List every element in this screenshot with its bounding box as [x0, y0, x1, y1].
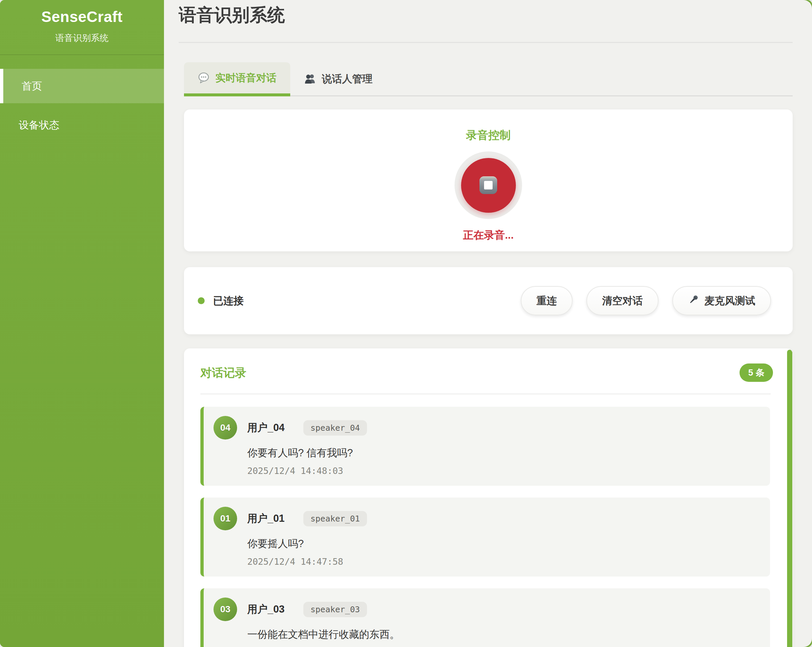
- avatar: 03: [214, 598, 237, 621]
- reconnect-button[interactable]: 重连: [521, 286, 572, 315]
- conversation-list: 04 用户_04 speaker_04 你要有人吗? 信有我吗? 2025/12…: [184, 394, 793, 647]
- sidebar-item-label: 设备状态: [19, 118, 60, 132]
- connection-status: 已连接: [198, 294, 244, 308]
- speaker-name: 用户_01: [247, 512, 285, 525]
- sidebar-nav: 首页 设备状态: [0, 69, 164, 142]
- connected-dot: [198, 297, 205, 304]
- tab-bar: 实时语音对话 说话人管理: [184, 62, 793, 96]
- brand-header: SenseCraft 语音识别系统: [0, 0, 164, 55]
- tab-realtime-voice[interactable]: 实时语音对话: [184, 62, 290, 96]
- record-button-halo: [455, 151, 522, 219]
- message-text: 你要摇人吗?: [247, 537, 760, 551]
- page-title: 语音识别系统: [179, 5, 793, 25]
- message-timestamp: 2025/12/4 14:47:58: [247, 557, 760, 567]
- clear-conversation-button[interactable]: 清空对话: [586, 286, 658, 315]
- message-timestamp: 2025/12/4 14:48:03: [247, 466, 760, 476]
- status-actions: 重连 清空对话 麦克风测试: [521, 286, 771, 315]
- sidebar-item-device-status[interactable]: 设备状态: [0, 108, 164, 142]
- conversation-entry: 04 用户_04 speaker_04 你要有人吗? 信有我吗? 2025/12…: [200, 407, 770, 486]
- sidebar-item-home[interactable]: 首页: [0, 69, 164, 103]
- speaker-name: 用户_04: [247, 421, 285, 435]
- people-icon: [304, 73, 316, 85]
- message-text: 一份能在文档中进行收藏的东西。: [247, 628, 760, 641]
- stop-icon: [479, 177, 497, 194]
- tab-label: 实时语音对话: [215, 71, 276, 85]
- conversation-scrollbar[interactable]: [787, 350, 792, 647]
- tab-label: 说话人管理: [322, 72, 372, 86]
- avatar: 01: [214, 507, 237, 530]
- speaker-id-badge: speaker_03: [303, 602, 367, 617]
- tab-speaker-management[interactable]: 说话人管理: [290, 62, 386, 95]
- message-text: 你要有人吗? 信有我吗?: [247, 446, 760, 460]
- avatar: 04: [214, 416, 237, 440]
- microphone-icon: [688, 294, 699, 308]
- record-control-title: 录音控制: [466, 128, 511, 143]
- stop-recording-button[interactable]: [461, 158, 516, 213]
- button-label: 重连: [537, 294, 557, 308]
- record-control-card: 录音控制 正在录音...: [184, 110, 793, 251]
- app-root: SenseCraft 语音识别系统 首页 设备状态 语音识别系统: [0, 0, 812, 647]
- conversation-card: 对话记录 5 条 04 用户_04 speaker_04 你要有人吗? 信有我吗…: [184, 349, 793, 647]
- speaker-name: 用户_03: [247, 603, 285, 616]
- button-label: 麦克风测试: [704, 294, 755, 308]
- recording-status-text: 正在录音...: [463, 228, 514, 242]
- conversation-title: 对话记录: [200, 365, 246, 381]
- brand-subtitle: 语音识别系统: [0, 32, 164, 44]
- connection-status-card: 已连接 重连 清空对话: [184, 267, 793, 334]
- button-label: 清空对话: [602, 294, 643, 308]
- mic-test-button[interactable]: 麦克风测试: [672, 286, 771, 315]
- title-divider: [179, 42, 793, 43]
- main-area: 语音识别系统 实时语音对话: [164, 0, 812, 647]
- connection-status-label: 已连接: [213, 294, 244, 308]
- brand-title: SenseCraft: [0, 8, 164, 26]
- speech-bubble-icon: [198, 72, 210, 84]
- sidebar-item-label: 首页: [21, 79, 42, 93]
- conversation-entry: 03 用户_03 speaker_03 一份能在文档中进行收藏的东西。 2025…: [200, 588, 770, 647]
- speaker-id-badge: speaker_01: [303, 511, 367, 527]
- conversation-header: 对话记录 5 条: [184, 349, 793, 382]
- speaker-id-badge: speaker_04: [303, 420, 367, 435]
- conversation-entry: 01 用户_01 speaker_01 你要摇人吗? 2025/12/4 14:…: [200, 498, 770, 577]
- sidebar: SenseCraft 语音识别系统 首页 设备状态: [0, 0, 164, 647]
- conversation-count-badge: 5 条: [740, 364, 773, 382]
